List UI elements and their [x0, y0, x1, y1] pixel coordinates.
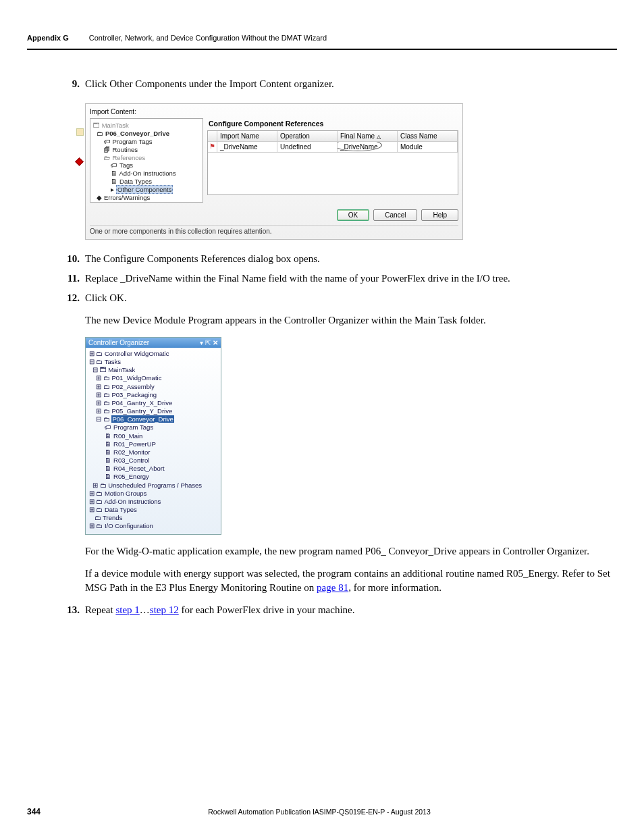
step-text: Click Other Components under the Import … — [85, 77, 617, 91]
tree-p05[interactable]: ⊞ 🗀 P05_Gantry_Y_Drive — [87, 407, 219, 415]
dialog-status-note: One or more components in this collectio… — [90, 225, 458, 235]
header-mark — [208, 131, 217, 142]
close-icon[interactable]: ✕ — [213, 339, 218, 346]
paragraph-new-program: The new Device Module Program appears in… — [85, 313, 617, 328]
tree-controller[interactable]: ⊞ 🗀 Controller WidgOmatic — [87, 350, 219, 358]
tree-p02[interactable]: ⊞ 🗀 P02_Assembly — [87, 383, 219, 391]
paragraph-example: For the Widg-O-matic application example… — [85, 544, 617, 558]
page-number: 344 — [27, 807, 41, 816]
header-class-name: Class Name — [398, 131, 458, 142]
step-number: 9. — [61, 78, 80, 90]
cell-import-name[interactable]: _DriveName — [217, 142, 277, 153]
ok-button[interactable]: OK — [337, 209, 369, 221]
tree-r04[interactable]: 🗎 R04_Reset_Abort — [87, 465, 219, 473]
appendix-label: Appendix G — [27, 34, 69, 42]
organizer-tree[interactable]: ⊞ 🗀 Controller WidgOmatic ⊟ 🗀 Tasks ⊟ 🗔 … — [86, 348, 221, 534]
tree-p06-program-tags[interactable]: 🏷 Program Tags — [87, 423, 219, 432]
configure-references-title: Configure Component References — [207, 118, 458, 130]
import-content-label: Import Content: — [90, 107, 458, 118]
tree-aoi[interactable]: 🗎 Add-On Instructions — [93, 170, 200, 178]
tree-unscheduled[interactable]: ⊞ 🗀 Unscheduled Programs / Phases — [87, 481, 219, 490]
step-13: 13. Repeat step 1…step 12 for each Power… — [61, 603, 617, 617]
dialog-side-icons — [76, 128, 84, 165]
error-icon — [75, 157, 84, 166]
tree-r02[interactable]: 🗎 R02_Monitor — [87, 448, 219, 457]
step-12: 12. Click OK. — [61, 291, 617, 305]
cancel-button[interactable]: Cancel — [373, 209, 417, 221]
organizer-titlebar[interactable]: Controller Organizer ▾ ⇱ ✕ — [86, 338, 221, 348]
page-content: 9. Click Other Components under the Impo… — [61, 77, 617, 617]
dropdown-icon[interactable]: ▾ — [200, 339, 203, 346]
references-table[interactable]: Import Name Operation Final Name △ Class… — [207, 130, 458, 195]
header-operation: Operation — [277, 131, 338, 142]
step-number: 13. — [61, 604, 80, 616]
step-10: 10. The Configure Components References … — [61, 252, 617, 266]
tree-r03[interactable]: 🗎 R03_Control — [87, 457, 219, 465]
cell-class-name[interactable]: Module — [398, 142, 458, 153]
tree-data-types[interactable]: ⊞ 🗀 Data Types — [87, 506, 219, 514]
step-text: Repeat step 1…step 12 for each PowerFlex… — [85, 603, 617, 617]
row-flag-icon: ⚑ — [208, 142, 217, 153]
tree-p04[interactable]: ⊞ 🗀 P04_Gantry_X_Drive — [87, 399, 219, 407]
step-11: 11. Replace _DriveName within the Final … — [61, 271, 617, 286]
tree-p06[interactable]: ⊟ 🗀 P06_Conveyor_Drive — [87, 415, 219, 423]
tree-tasks[interactable]: ⊟ 🗀 Tasks — [87, 358, 219, 366]
page-81-link[interactable]: page 81 — [317, 582, 348, 593]
copy-icon — [76, 128, 84, 136]
tree-errors-warnings[interactable]: ◆ Errors/Warnings — [93, 194, 200, 202]
help-button[interactable]: Help — [421, 209, 458, 221]
tree-trends[interactable]: 🗀 Trends — [87, 514, 219, 522]
tree-io-configuration[interactable]: ⊞ 🗀 I/O Configuration — [87, 522, 219, 530]
table-row[interactable]: ⚑ _DriveName Undefined _DriveName Module — [208, 142, 458, 153]
step-number: 11. — [61, 273, 80, 284]
tree-routines[interactable]: 🗐 Routines — [93, 146, 200, 154]
tree-p01[interactable]: ⊞ 🗀 P01_WidgOmatic — [87, 374, 219, 382]
table-header-row: Import Name Operation Final Name △ Class… — [208, 131, 458, 142]
step-12-link[interactable]: step 12 — [150, 604, 179, 615]
step-text: Replace _DriveName within the Final Name… — [85, 271, 617, 286]
controller-organizer-panel: Controller Organizer ▾ ⇱ ✕ ⊞ 🗀 Controlle… — [85, 337, 221, 535]
cell-final-name[interactable]: _DriveName — [338, 142, 398, 153]
tree-r00[interactable]: 🗎 R00_Main — [87, 432, 219, 440]
import-content-dialog: Import Content: 🗔 MainTask 🗀 P06_Conveyo… — [85, 103, 463, 240]
step-1-link[interactable]: step 1 — [115, 604, 139, 615]
tree-main-task[interactable]: 🗔 MainTask — [93, 122, 200, 130]
header-rule — [27, 49, 617, 50]
step-text: Click OK. — [85, 291, 617, 305]
pin-icon[interactable]: ⇱ — [205, 339, 211, 346]
chapter-title: Controller, Network, and Device Configur… — [89, 34, 327, 42]
tree-r05[interactable]: 🗎 R05_Energy — [87, 473, 219, 481]
import-tree[interactable]: 🗔 MainTask 🗀 P06_Conveyor_Drive 🏷 Progra… — [90, 118, 203, 203]
tree-addon-instructions[interactable]: ⊞ 🗀 Add-On Instructions — [87, 498, 219, 506]
header-import-name: Import Name — [217, 131, 277, 142]
tree-other-components[interactable]: ▸ Other Components — [93, 186, 200, 194]
step-text: The Configure Components References dial… — [85, 252, 617, 266]
paragraph-energy: If a device module with energy support w… — [85, 567, 617, 595]
organizer-title: Controller Organizer — [88, 339, 149, 346]
step-9: 9. Click Other Components under the Impo… — [61, 77, 617, 91]
tree-motion-groups[interactable]: ⊞ 🗀 Motion Groups — [87, 490, 219, 498]
tree-program-tags[interactable]: 🏷 Program Tags — [93, 138, 200, 146]
publication-info: Rockwell Automation Publication IASIMP-Q… — [41, 808, 598, 816]
tree-main-task[interactable]: ⊟ 🗔 MainTask — [87, 366, 219, 374]
tree-references[interactable]: 🗁 References — [93, 154, 200, 162]
tree-p03[interactable]: ⊞ 🗀 P03_Packaging — [87, 391, 219, 399]
step-number: 10. — [61, 253, 80, 265]
step-number: 12. — [61, 292, 80, 304]
tree-r01[interactable]: 🗎 R01_PowerUP — [87, 440, 219, 448]
tree-program[interactable]: 🗀 P06_Conveyor_Drive — [93, 130, 200, 138]
page-footer: 344 Rockwell Automation Publication IASI… — [27, 807, 617, 816]
tree-tags[interactable]: 🏷 Tags — [93, 161, 200, 170]
cell-operation[interactable]: Undefined — [277, 142, 338, 153]
header-final-name: Final Name △ — [338, 131, 398, 142]
